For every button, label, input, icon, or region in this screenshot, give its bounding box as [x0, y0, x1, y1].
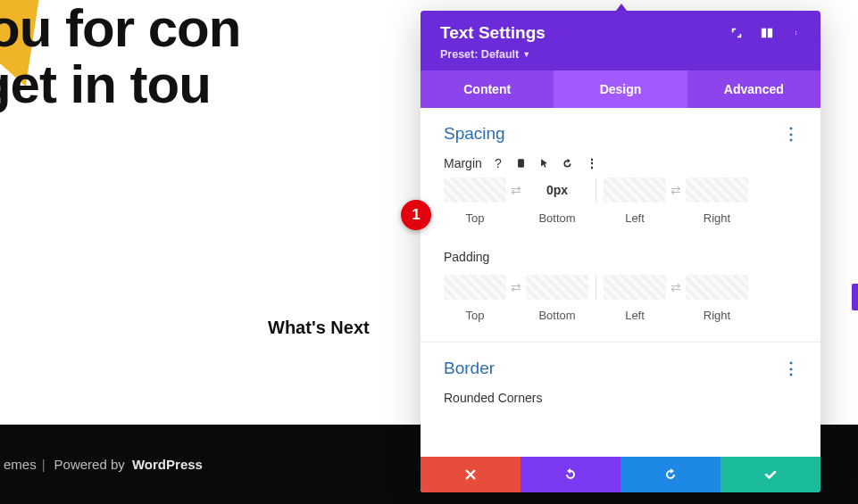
section-spacing-more-icon[interactable]: ⋮	[783, 124, 797, 144]
margin-bottom-caption: Bottom	[538, 211, 575, 225]
padding-inputs: Top ⇄ Bottom Left ⇄ Right	[444, 275, 797, 322]
tab-design[interactable]: Design	[554, 70, 687, 108]
whats-next-heading: What's Next	[268, 318, 370, 338]
link-left-right-icon[interactable]: ⇄	[666, 178, 686, 197]
section-spacing: Spacing ⋮ Margin ? ⋮	[421, 108, 821, 343]
section-title-spacing[interactable]: Spacing	[444, 124, 505, 144]
padding-bottom-caption: Bottom	[538, 309, 575, 322]
padding-link-tb-icon[interactable]: ⇄	[506, 275, 526, 294]
preset-label: Preset: Default	[440, 48, 519, 61]
discard-button[interactable]	[421, 457, 521, 492]
margin-right-caption: Right	[704, 211, 730, 225]
headline-line-1: nk you for con	[0, 0, 240, 58]
footer-wordpress-link[interactable]: WordPress	[132, 457, 203, 472]
padding-bottom-input[interactable]	[526, 275, 588, 300]
panel-title: Text Settings	[440, 23, 546, 43]
padding-left-caption: Left	[625, 309, 645, 322]
vertical-divider	[596, 275, 596, 300]
margin-left-caption: Left	[625, 211, 645, 225]
link-top-bottom-icon[interactable]: ⇄	[506, 178, 526, 197]
reset-icon[interactable]	[561, 156, 575, 170]
headline-line-2: 'e'll get in tou	[0, 56, 240, 112]
svg-point-2	[796, 31, 796, 32]
tab-content[interactable]: Content	[421, 70, 554, 108]
padding-top-caption: Top	[466, 309, 485, 322]
padding-label: Padding	[444, 250, 489, 264]
preset-selector[interactable]: Preset: Default ▼	[440, 48, 530, 61]
tab-advanced[interactable]: Advanced	[687, 70, 821, 108]
annotation-number: 1	[412, 206, 420, 224]
footer-theme-text: emes	[4, 457, 37, 472]
svg-point-4	[796, 34, 796, 35]
annotation-badge: 1	[401, 200, 431, 230]
footer-separator: |	[42, 457, 46, 472]
hover-icon[interactable]	[537, 156, 552, 170]
margin-right-input[interactable]	[686, 178, 748, 202]
section-title-border[interactable]: Border	[444, 359, 495, 378]
margin-inputs: Top ⇄ Bottom Left ⇄ Right	[444, 178, 797, 225]
panel-header[interactable]: Text Settings Preset: Default ▼	[421, 11, 821, 70]
section-border-more-icon[interactable]: ⋮	[783, 359, 797, 378]
panel-tabs: Content Design Advanced	[421, 70, 821, 108]
save-button[interactable]	[721, 457, 821, 492]
more-icon[interactable]	[790, 26, 804, 40]
expand-icon[interactable]	[729, 26, 744, 40]
panel-anchor-arrow	[616, 4, 627, 11]
margin-bottom-input[interactable]	[526, 178, 588, 202]
svg-rect-0	[762, 29, 766, 38]
text-settings-panel: Text Settings Preset: Default ▼ Content …	[421, 11, 821, 492]
padding-left-input[interactable]	[604, 275, 666, 300]
undo-button[interactable]	[521, 457, 621, 492]
section-border: Border ⋮ Rounded Corners	[421, 343, 821, 412]
padding-right-caption: Right	[704, 309, 730, 322]
margin-label: Margin	[444, 156, 482, 170]
padding-link-lr-icon[interactable]: ⇄	[666, 275, 686, 294]
margin-more-icon[interactable]: ⋮	[584, 156, 598, 170]
panel-body[interactable]: Spacing ⋮ Margin ? ⋮	[421, 108, 821, 457]
rounded-corners-label: Rounded Corners	[444, 391, 797, 405]
padding-right-input[interactable]	[686, 275, 748, 300]
margin-left-input[interactable]	[604, 178, 666, 202]
redo-button[interactable]	[621, 457, 721, 492]
svg-point-3	[796, 33, 796, 34]
caret-down-icon: ▼	[522, 50, 530, 59]
footer-powered-by: Powered by	[54, 457, 125, 472]
svg-rect-5	[518, 159, 524, 168]
mobile-icon[interactable]	[514, 156, 529, 170]
svg-rect-1	[768, 29, 772, 38]
help-icon[interactable]: ?	[491, 156, 505, 170]
snap-columns-icon[interactable]	[760, 26, 774, 40]
padding-top-input[interactable]	[444, 275, 506, 300]
panel-action-bar	[421, 457, 821, 492]
wireframe-handle[interactable]	[852, 284, 858, 310]
page-headline: nk you for con 'e'll get in tou	[0, 0, 240, 112]
margin-top-caption: Top	[466, 211, 485, 225]
vertical-divider	[596, 178, 596, 202]
margin-top-input[interactable]	[444, 178, 506, 202]
